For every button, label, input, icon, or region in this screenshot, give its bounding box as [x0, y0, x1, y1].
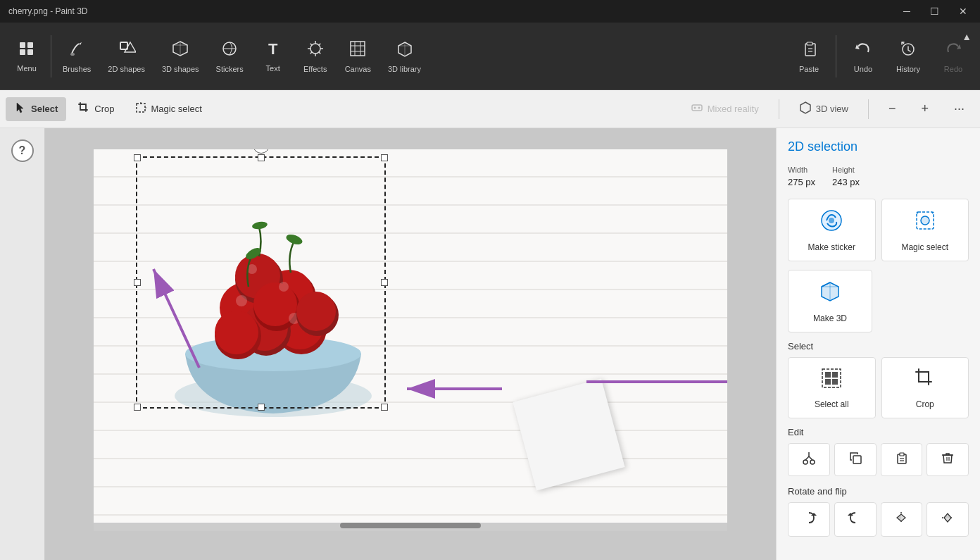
rotate-left-icon	[848, 510, 863, 529]
crop-panel-icon	[913, 366, 937, 395]
sub-toolbar-right: Mixed reality 3D view − + ···	[681, 97, 974, 120]
crop-panel-label: Crop	[916, 399, 934, 409]
right-panel: 2D selection Width 275 px Height 243 px	[776, 128, 980, 560]
undo-icon	[854, 39, 872, 62]
text-tool[interactable]: T Text	[252, 35, 294, 78]
app-title: cherry.png - Paint 3D	[8, 6, 88, 16]
main-toolbar: Menu Brushes 2D shapes	[0, 23, 980, 90]
collapse-toolbar-button[interactable]: ▲	[959, 28, 974, 45]
more-options-btn[interactable]: ···	[944, 97, 974, 120]
3d-shapes-icon	[171, 39, 189, 62]
cut-button[interactable]	[788, 443, 830, 476]
crop-tool[interactable]: Crop	[69, 97, 122, 121]
make-sticker-button[interactable]: Make sticker	[788, 199, 876, 261]
svg-point-35	[236, 295, 247, 306]
svg-point-4	[70, 53, 75, 56]
menu-button[interactable]: Menu	[6, 35, 48, 78]
3d-view-tool[interactable]: 3D view	[789, 97, 858, 120]
brushes-tool[interactable]: Brushes	[54, 34, 99, 79]
3d-library-label: 3D library	[388, 65, 421, 73]
menu-label: Menu	[17, 64, 37, 73]
svg-rect-15	[137, 104, 145, 112]
3d-view-icon	[799, 101, 812, 116]
copy-button[interactable]	[834, 443, 877, 476]
3d-shapes-label: 3D shapes	[162, 65, 199, 73]
svg-rect-51	[822, 369, 841, 387]
make-3d-button[interactable]: Make 3D	[788, 270, 872, 332]
svg-rect-60	[900, 453, 904, 456]
3d-shapes-tool[interactable]: 3D shapes	[153, 34, 208, 79]
paste-button[interactable]: Paste	[788, 34, 830, 79]
select-all-label: Select all	[815, 399, 849, 409]
mixed-reality-icon	[691, 101, 703, 116]
effects-tool[interactable]: Effects	[294, 34, 337, 79]
effects-icon	[306, 39, 325, 62]
svg-rect-0	[20, 42, 25, 48]
magic-select-tool[interactable]: Magic select	[126, 97, 211, 121]
maximize-button[interactable]: ☐	[926, 4, 943, 18]
magic-select-label: Magic select	[151, 104, 202, 114]
rotate-left-button[interactable]	[834, 502, 877, 537]
paste-edit-button[interactable]	[881, 443, 923, 476]
flip-horizontal-icon	[893, 510, 909, 529]
title-bar: cherry.png - Paint 3D ─ ☐ ✕	[0, 0, 980, 23]
select-tool[interactable]: Select	[6, 97, 66, 121]
brushes-label: Brushes	[63, 65, 91, 73]
minimize-button[interactable]: ─	[899, 4, 915, 18]
undo-button[interactable]: Undo	[842, 34, 884, 79]
history-button[interactable]: History	[887, 34, 929, 79]
flip-horizontal-button[interactable]	[881, 502, 923, 537]
dimensions-row: Width 275 px Height 243 px	[788, 166, 969, 187]
svg-rect-9	[351, 42, 365, 56]
zoom-plus-icon: +	[921, 101, 929, 116]
rotate-right-button[interactable]	[788, 502, 830, 537]
svg-point-18	[698, 107, 700, 109]
stickers-label: Stickers	[216, 65, 244, 73]
select-all-button[interactable]: Select all	[788, 357, 876, 418]
undo-label: Undo	[854, 65, 872, 73]
menu-icon	[18, 40, 35, 61]
zoom-plus-btn[interactable]: +	[911, 97, 938, 120]
edit-row	[788, 443, 969, 476]
edit-section-label: Edit	[788, 427, 969, 437]
flip-vertical-button[interactable]	[926, 502, 969, 537]
svg-rect-11	[807, 42, 812, 45]
cherry-bowl-image	[136, 156, 403, 438]
select-section-buttons: Select all Crop	[788, 357, 969, 418]
magic-select-panel-button[interactable]: Magic select	[881, 199, 969, 261]
stickers-tool[interactable]: Stickers	[208, 34, 252, 79]
canvas-tool[interactable]: Canvas	[337, 34, 379, 79]
mixed-reality-tool[interactable]: Mixed reality	[681, 97, 769, 120]
svg-point-48	[829, 218, 834, 223]
svg-rect-52	[825, 372, 831, 378]
close-button[interactable]: ✕	[955, 4, 972, 18]
height-value: 243 px	[832, 177, 860, 187]
svg-point-43	[215, 311, 258, 354]
sub-toolbar-sep	[779, 99, 779, 119]
svg-point-41	[251, 220, 268, 230]
3d-library-tool[interactable]: 3D library	[379, 34, 429, 79]
paste-edit-icon	[894, 451, 908, 468]
canvas-area[interactable]: ↻	[45, 128, 776, 560]
history-label: History	[896, 65, 920, 73]
delete-button[interactable]	[926, 443, 969, 476]
crop-panel-button[interactable]: Crop	[881, 357, 969, 418]
rotate-flip-label: Rotate and flip	[788, 486, 969, 497]
canvas-content[interactable]: ↻	[94, 149, 727, 523]
scrollbar-thumb[interactable]	[340, 523, 481, 528]
2d-shapes-tool[interactable]: 2D shapes	[99, 34, 153, 79]
h-scrollbar[interactable]	[94, 523, 727, 531]
stickers-icon	[220, 39, 239, 62]
effects-label: Effects	[303, 65, 327, 73]
crop-label: Crop	[94, 104, 114, 114]
make-sticker-icon	[819, 208, 844, 238]
main-area: ?	[0, 128, 980, 560]
help-button[interactable]: ?	[11, 139, 34, 162]
make-3d-label: Make 3D	[813, 313, 847, 323]
canvas-label: Canvas	[345, 65, 371, 73]
svg-point-36	[279, 282, 289, 292]
zoom-minus-btn[interactable]: −	[879, 97, 906, 120]
delete-icon	[941, 451, 955, 468]
paste-icon	[800, 39, 818, 62]
svg-rect-55	[832, 379, 838, 385]
